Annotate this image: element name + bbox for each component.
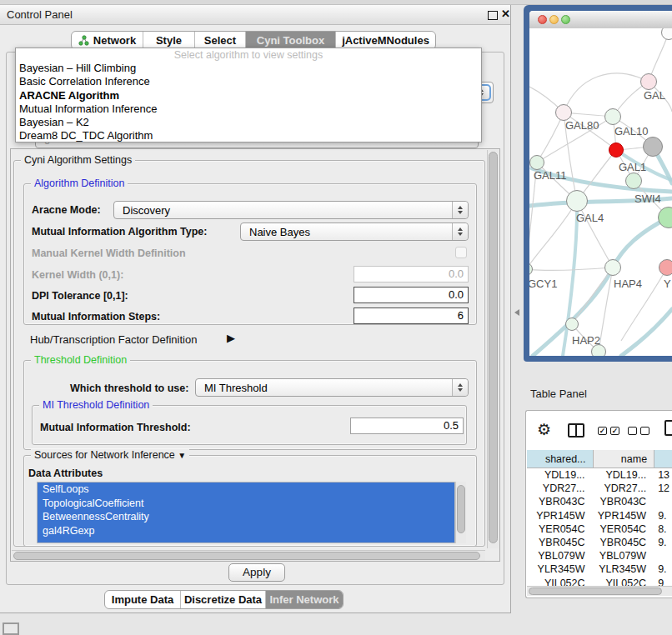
vertical-scrollbar-thumb[interactable] [489, 152, 498, 543]
table-row[interactable]: YBR045CYBR045C9. [527, 536, 672, 549]
select-all-checkboxes-icon[interactable]: ✓✓ [598, 427, 619, 435]
column-header[interactable]: name [594, 450, 655, 468]
table-row[interactable]: YBL079WYBL079W [527, 549, 672, 562]
table-cell: 8. [654, 522, 672, 536]
mi-type-combo[interactable]: Naive Bayes [240, 222, 469, 241]
network-node[interactable] [591, 344, 606, 356]
aracne-mode-label: Aracne Mode: [32, 205, 101, 216]
column-header[interactable]: shared... [527, 450, 594, 468]
close-icon[interactable]: ✕ [501, 8, 510, 19]
table-cell: YBR043C [594, 495, 655, 508]
tab-cyni-toolbox[interactable]: Cyni Toolbox [245, 32, 335, 49]
combo-stepper[interactable] [452, 379, 468, 396]
split-columns-icon[interactable] [568, 423, 584, 438]
table-row[interactable]: YLR345WYLR345W9. [527, 562, 672, 576]
settings-horizontal-scrollbar[interactable] [12, 550, 485, 561]
network-node-y[interactable] [659, 259, 672, 276]
float-window-icon[interactable] [488, 11, 498, 20]
algorithm-option[interactable]: Bayesian – Hill Climbing [16, 62, 481, 75]
kernel-width-field[interactable]: 0.0 [354, 266, 469, 282]
panel-collapse-arrow[interactable] [514, 309, 519, 316]
data-attribute-item-partial[interactable] [38, 538, 454, 543]
data-attribute-item[interactable]: TopologicalCoefficient [38, 497, 454, 511]
tab-jactivemnodules[interactable]: jActiveMNodules [335, 32, 435, 49]
attributes-scrollbar-thumb[interactable] [457, 485, 465, 533]
table-panel: ⚙ ✓✓ shared...name YDL19...YDL19...13YDR… [525, 410, 672, 598]
table-row[interactable]: YER054CYER054C8. [527, 522, 672, 536]
collapse-arrow-icon[interactable]: ▼ [178, 451, 186, 460]
aracne-mode-combo[interactable]: Discovery [113, 201, 469, 219]
close-traffic-light-icon[interactable] [538, 15, 547, 24]
network-node-gcy1[interactable] [529, 262, 533, 276]
apply-button[interactable]: Apply [228, 563, 285, 582]
network-node-gal1[interactable] [609, 142, 624, 158]
attributes-list-scrollbar[interactable] [455, 482, 466, 543]
table-cell: 9. [654, 536, 672, 549]
horizontal-scrollbar-thumb[interactable] [13, 552, 480, 560]
tab-select[interactable]: Select [194, 32, 245, 49]
tab-style[interactable]: Style [143, 32, 194, 49]
mi-steps-field[interactable]: 6 [354, 308, 469, 324]
column-header[interactable] [654, 450, 672, 468]
document-icon[interactable] [664, 420, 672, 436]
table-cell: YBL079W [594, 549, 655, 562]
algorithm-option[interactable]: Dream8 DC_TDC Algorithm [16, 129, 481, 142]
algorithm-option[interactable]: Basic Correlation Inference [16, 75, 481, 88]
table-cell: YBR045C [594, 536, 655, 549]
network-node-hap2[interactable] [565, 318, 579, 331]
network-node-gal10[interactable] [604, 108, 621, 125]
table-row[interactable]: YPR145WYPR145W9. [527, 509, 672, 522]
network-view-window[interactable]: GALGAL80GAL10GAL1GAL11SWI4GAL4GCY1HAP4YH… [524, 5, 672, 362]
network-node-gal11[interactable] [529, 155, 544, 170]
table-cell: YBL079W [527, 549, 594, 562]
data-attributes-label: Data Attributes [28, 468, 103, 479]
tab-network[interactable]: Network [72, 32, 143, 49]
expand-arrow-icon[interactable]: ▶ [227, 332, 235, 344]
table-row[interactable]: YBR043CYBR043C [527, 495, 672, 508]
deselect-all-checkboxes-icon[interactable] [628, 427, 649, 435]
network-window-titlebar[interactable] [529, 11, 672, 29]
network-window-frame: GALGAL80GAL10GAL1GAL11SWI4GAL4GCY1HAP4YH… [529, 11, 672, 356]
algorithm-option[interactable]: Bayesian – K2 [16, 116, 481, 129]
manual-kernel-checkbox[interactable] [455, 247, 467, 258]
network-node[interactable] [661, 28, 672, 40]
data-attribute-item[interactable]: BetweennessCentrality [38, 510, 454, 524]
algorithm-option[interactable]: Mutual Information Inference [16, 102, 481, 116]
data-attributes-list[interactable]: SelfLoopsTopologicalCoefficientBetweenne… [37, 482, 455, 543]
node-label: SWI4 [634, 193, 661, 204]
network-node[interactable] [643, 137, 663, 157]
network-nodes-layer: GALGAL80GAL10GAL1GAL11SWI4GAL4GCY1HAP4YH… [529, 28, 672, 356]
floating-panel-icon[interactable] [3, 622, 19, 635]
data-attribute-item[interactable]: gal4RGexp [38, 524, 454, 538]
minimize-traffic-light-icon[interactable] [549, 15, 559, 24]
network-canvas[interactable]: GALGAL80GAL10GAL1GAL11SWI4GAL4GCY1HAP4YH… [529, 28, 672, 356]
table-row[interactable]: YDR27...YDR27...12 [527, 482, 672, 495]
table-horizontal-scrollbar[interactable] [527, 586, 672, 596]
algorithm-option[interactable]: ARACNE Algorithm [16, 89, 481, 102]
tab-impute-data[interactable]: Impute Data [105, 591, 180, 608]
network-node-gal4[interactable] [566, 190, 588, 212]
network-node[interactable] [658, 207, 672, 228]
network-node-hap4[interactable] [604, 259, 621, 276]
network-node-gal80[interactable] [555, 104, 572, 121]
zoom-traffic-light-icon[interactable] [561, 15, 570, 24]
combo-stepper[interactable] [452, 223, 468, 240]
control-panel-titlebar[interactable] [0, 5, 510, 25]
mi-threshold-field[interactable]: 0.5 [350, 418, 464, 434]
combo-stepper[interactable] [452, 202, 468, 218]
tab-discretize-data[interactable]: Discretize Data [180, 591, 265, 608]
dpi-tolerance-field[interactable]: 0.0 [354, 287, 469, 303]
table-cell: YDL19... [527, 468, 594, 482]
tab-infer-network[interactable]: Infer Network [265, 591, 343, 608]
settings-vertical-scrollbar[interactable] [487, 150, 499, 548]
table-cell: 9. [654, 562, 672, 576]
which-threshold-combo[interactable]: MI Threshold [195, 378, 469, 397]
mi-threshold-definition-title: MI Threshold Definition [39, 399, 153, 412]
table-scrollbar-thumb[interactable] [529, 588, 662, 595]
network-node-swi4[interactable] [625, 172, 642, 189]
network-node-gal[interactable] [640, 73, 657, 90]
settings-gear-icon[interactable]: ⚙ [537, 422, 551, 438]
data-attribute-item[interactable]: SelfLoops [38, 482, 454, 497]
table-row[interactable]: YDL19...YDL19...13 [527, 468, 672, 482]
hub-definition-label[interactable]: Hub/Transcription Factor Definition [30, 334, 197, 345]
